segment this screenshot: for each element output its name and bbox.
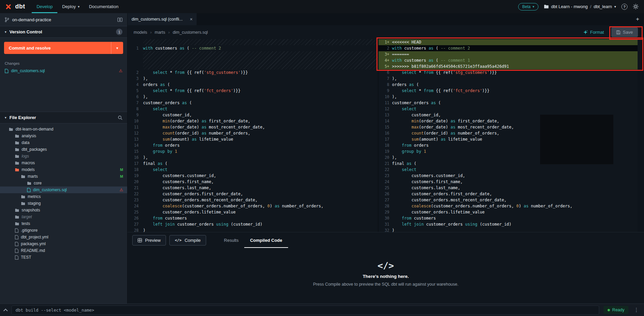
code-line[interactable]: 31 left join customer_orders using (cust…: [379, 221, 638, 227]
chevron-up-icon[interactable]: [3, 309, 8, 313]
code-line[interactable]: 22 select: [379, 167, 638, 173]
tree-item-snapshots[interactable]: snapshots: [0, 207, 127, 213]
current-branch[interactable]: on-demand-practice: [0, 13, 127, 26]
code-line[interactable]: 10 min(order_date) as first_order_date,: [128, 118, 378, 124]
code-line[interactable]: 20 customers.first_name,: [128, 179, 378, 185]
tree-item-tests[interactable]: tests: [0, 220, 127, 227]
code-line[interactable]: 16),: [128, 154, 378, 161]
status-badge[interactable]: Ready: [604, 306, 628, 314]
tree-item-TEST[interactable]: TEST: [0, 254, 127, 261]
breadcrumb-item[interactable]: models: [134, 30, 147, 35]
kebab-menu-icon[interactable]: ⋮: [633, 307, 640, 313]
code-line[interactable]: 15 group by 1: [128, 148, 378, 154]
save-button[interactable]: Save: [611, 27, 638, 37]
code-line[interactable]: 9 customer_id,: [128, 112, 378, 118]
code-line[interactable]: 28 coalesce(customer_orders.number_of_or…: [379, 203, 638, 209]
search-icon[interactable]: [118, 115, 122, 120]
code-line[interactable]: 25 customers.last_name,: [379, 185, 638, 191]
code-line[interactable]: 3),: [128, 76, 378, 82]
code-line[interactable]: 1+<<<<<<< HEAD: [379, 39, 638, 45]
tree-item-models[interactable]: modelsM: [0, 166, 127, 173]
preview-button[interactable]: Preview: [132, 235, 166, 246]
tree-item-analysis[interactable]: analysis: [0, 133, 127, 139]
tree-item-.gitignore[interactable]: .gitignore: [0, 227, 127, 234]
file-explorer-header[interactable]: ▾ File Explorer: [0, 112, 127, 123]
compile-button[interactable]: </> Compile: [169, 235, 206, 246]
editor-scrollbar-strip[interactable]: [638, 39, 644, 232]
tree-item-dbt_packages[interactable]: dbt_packages: [0, 146, 127, 153]
settings-gear-icon[interactable]: [633, 4, 639, 9]
commit-dropdown-chevron[interactable]: ▾: [111, 42, 123, 54]
code-line[interactable]: 26 customer_orders.first_order_date,: [379, 191, 638, 197]
code-line[interactable]: 2with customers as ( -- comment 2: [379, 45, 638, 51]
code-line[interactable]: 13 sum(amount) as lifetime_value: [128, 136, 378, 142]
tree-item-core[interactable]: core: [0, 180, 127, 186]
code-line[interactable]: 2 select * from {{ ref('stg_customers')}…: [128, 69, 378, 76]
code-line[interactable]: 4orders as (: [128, 82, 378, 88]
code-line[interactable]: 1with customers as ( -- comment 2: [128, 45, 378, 51]
changed-file-dim_customers.sql[interactable]: dim_customers.sql⚠: [0, 67, 127, 74]
code-line[interactable]: 18 select: [128, 167, 378, 173]
new-tab-button[interactable]: +: [631, 13, 644, 25]
code-line[interactable]: 9 select * from {{ ref('fct_orders')}}: [379, 88, 638, 94]
code-line[interactable]: 5 select * from {{ ref('fct_orders')}}: [128, 88, 378, 94]
brand[interactable]: dbt: [0, 0, 25, 13]
tab-compiled-code[interactable]: Compiled Code: [244, 232, 288, 248]
tree-item-packages.yml[interactable]: packages.yml: [0, 240, 127, 247]
code-line[interactable]: 23 customer_orders.most_recent_order_dat…: [128, 197, 378, 203]
tree-item-target[interactable]: target: [0, 213, 127, 220]
book-icon[interactable]: [117, 18, 122, 22]
code-line[interactable]: 27 customer_orders.most_recent_order_dat…: [379, 197, 638, 203]
tree-item-staging[interactable]: staging: [0, 200, 127, 207]
nav-documentation[interactable]: Documentation: [84, 0, 123, 13]
code-line[interactable]: 12 select: [379, 106, 638, 112]
nav-deploy[interactable]: Deploy ▾: [57, 0, 84, 13]
breadcrumb-item[interactable]: dim_customers.sql: [173, 30, 208, 35]
code-line[interactable]: 23 customers.customer_id,: [379, 173, 638, 179]
tree-item-dim_customers.sql[interactable]: dim_customers.sql⚠: [0, 186, 127, 193]
code-line[interactable]: 19 customers.customer_id,: [128, 173, 378, 179]
tree-item-logs[interactable]: logs: [0, 153, 127, 160]
code-line[interactable]: 29 customer_orders.lifetime_value: [379, 209, 638, 215]
code-line[interactable]: 25 customer_orders.lifetime_value: [128, 209, 378, 215]
commit-and-resolve-button[interactable]: Commit and resolve ▾: [4, 42, 123, 54]
help-button[interactable]: ?: [621, 4, 627, 10]
tree-item-dbt_project.yml[interactable]: dbt_project.yml: [0, 234, 127, 240]
code-line[interactable]: 32): [379, 227, 638, 232]
tree-item-data[interactable]: data: [0, 139, 127, 146]
code-line[interactable]: 12 count(order_id) as number_of_orders,: [128, 130, 378, 136]
code-line[interactable]: 10),: [379, 94, 638, 100]
tree-item-marts[interactable]: martsM: [0, 173, 127, 180]
code-line[interactable]: 22 customer_orders.first_order_date,: [128, 191, 378, 197]
code-line[interactable]: 27 left join customer_orders using (cust…: [128, 221, 378, 227]
format-button[interactable]: Format: [583, 30, 604, 35]
breadcrumb-item[interactable]: marts: [155, 30, 165, 35]
nav-develop[interactable]: Develop: [32, 0, 57, 13]
code-line[interactable]: 28): [128, 227, 378, 232]
code-line[interactable]: 21 customers.last_name,: [128, 185, 378, 191]
code-line[interactable]: 24 customers.first_name,: [379, 179, 638, 185]
workspace-switcher[interactable]: dbt Learn - mwong / dbt_learn ▾: [544, 4, 616, 9]
code-line[interactable]: 17final as (: [128, 161, 378, 167]
code-line[interactable]: 11 max(order_date) as most_recent_order_…: [128, 124, 378, 130]
code-line[interactable]: 5+>>>>>>> b81f802a66fd544504c65721e3ffaa…: [379, 63, 638, 69]
tree-item-README.md[interactable]: README.md: [0, 247, 127, 254]
beta-badge[interactable]: Beta ▾: [518, 3, 538, 10]
code-line[interactable]: 11customer_orders as (: [379, 100, 638, 106]
code-line[interactable]: 7),: [379, 76, 638, 82]
code-line[interactable]: 14 from orders: [128, 142, 378, 148]
tree-item-dbt-learn-on-demand[interactable]: dbt-learn-on-demand: [0, 126, 127, 133]
code-line[interactable]: 7customer_orders as (: [128, 100, 378, 106]
code-line[interactable]: 30 from customers: [379, 215, 638, 221]
tree-item-metrics[interactable]: metrics: [0, 193, 127, 200]
code-line[interactable]: 8orders as (: [379, 82, 638, 88]
tab-dim-customers[interactable]: dim_customers.sql (confli... ×: [128, 13, 197, 25]
code-line[interactable]: 4+with customers as ( -- comment 1: [379, 57, 638, 63]
code-line[interactable]: 24 coalesce(customer_orders.number_of_or…: [128, 203, 378, 209]
code-line[interactable]: 6),: [128, 94, 378, 100]
code-line[interactable]: 8 select: [128, 106, 378, 112]
code-line[interactable]: 26 from customers: [128, 215, 378, 221]
command-input[interactable]: dbt build --select <model_name>: [11, 306, 599, 315]
tree-item-macros[interactable]: macros: [0, 160, 127, 166]
tab-results[interactable]: Results: [218, 232, 244, 248]
